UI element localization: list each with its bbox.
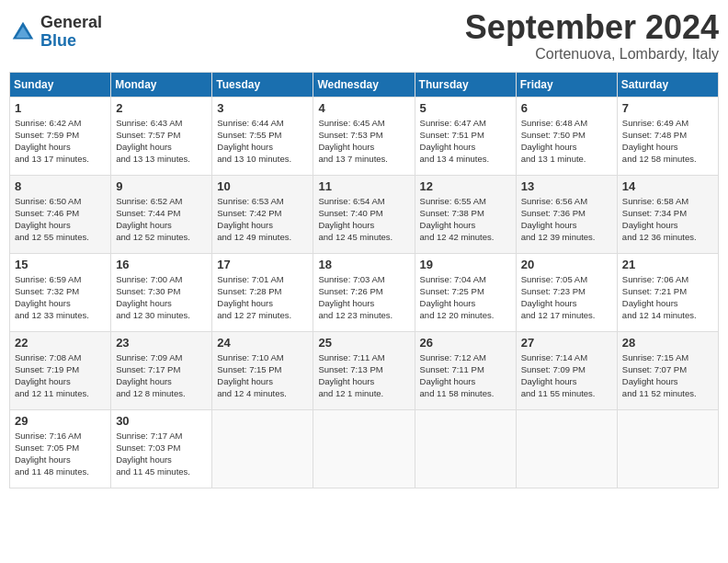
day-number: 6 xyxy=(521,101,612,115)
day-info: Sunrise: 7:12 AM Sunset: 7:11 PM Dayligh… xyxy=(420,351,511,400)
day-number: 17 xyxy=(217,258,308,271)
day-number: 11 xyxy=(318,179,409,193)
day-number: 18 xyxy=(318,258,409,271)
day-number: 12 xyxy=(420,179,511,193)
day-info: Sunrise: 7:09 AM Sunset: 7:17 PM Dayligh… xyxy=(116,351,207,400)
logo-general: General xyxy=(40,14,102,32)
day-cell xyxy=(516,409,617,488)
day-info: Sunrise: 7:05 AM Sunset: 7:23 PM Dayligh… xyxy=(521,273,612,322)
day-cell: 9 Sunrise: 6:52 AM Sunset: 7:44 PM Dayli… xyxy=(111,175,212,253)
day-number: 16 xyxy=(116,258,207,271)
day-info: Sunrise: 6:58 AM Sunset: 7:34 PM Dayligh… xyxy=(622,195,713,244)
day-cell: 15 Sunrise: 6:59 AM Sunset: 7:32 PM Dayl… xyxy=(10,253,111,331)
day-cell: 21 Sunrise: 7:06 AM Sunset: 7:21 PM Dayl… xyxy=(617,253,718,331)
day-number: 15 xyxy=(15,258,106,271)
day-cell xyxy=(212,409,313,488)
day-cell: 26 Sunrise: 7:12 AM Sunset: 7:11 PM Dayl… xyxy=(415,331,516,409)
day-cell: 19 Sunrise: 7:04 AM Sunset: 7:25 PM Dayl… xyxy=(415,253,516,331)
week-row-5: 29 Sunrise: 7:16 AM Sunset: 7:05 PM Dayl… xyxy=(10,409,719,488)
day-info: Sunrise: 6:52 AM Sunset: 7:44 PM Dayligh… xyxy=(116,195,207,244)
col-sunday: Sunday xyxy=(10,72,111,97)
col-monday: Monday xyxy=(111,72,212,97)
day-cell: 13 Sunrise: 6:56 AM Sunset: 7:36 PM Dayl… xyxy=(516,175,617,253)
day-info: Sunrise: 6:44 AM Sunset: 7:55 PM Dayligh… xyxy=(217,117,308,166)
day-number: 10 xyxy=(217,179,308,193)
day-cell: 24 Sunrise: 7:10 AM Sunset: 7:15 PM Dayl… xyxy=(212,331,313,409)
day-info: Sunrise: 6:42 AM Sunset: 7:59 PM Dayligh… xyxy=(15,117,106,166)
header-row: Sunday Monday Tuesday Wednesday Thursday… xyxy=(10,72,719,97)
logo-text: General Blue xyxy=(40,14,102,51)
day-info: Sunrise: 7:01 AM Sunset: 7:28 PM Dayligh… xyxy=(217,273,308,322)
day-cell: 18 Sunrise: 7:03 AM Sunset: 7:26 PM Dayl… xyxy=(313,253,415,331)
day-cell: 10 Sunrise: 6:53 AM Sunset: 7:42 PM Dayl… xyxy=(212,175,313,253)
day-number: 9 xyxy=(116,179,207,193)
day-info: Sunrise: 6:49 AM Sunset: 7:48 PM Dayligh… xyxy=(622,117,713,166)
day-number: 23 xyxy=(116,336,207,350)
day-cell: 5 Sunrise: 6:47 AM Sunset: 7:51 PM Dayli… xyxy=(415,97,516,175)
day-info: Sunrise: 7:08 AM Sunset: 7:19 PM Dayligh… xyxy=(15,351,106,400)
day-info: Sunrise: 7:17 AM Sunset: 7:03 PM Dayligh… xyxy=(116,430,207,478)
col-thursday: Thursday xyxy=(415,72,516,97)
day-info: Sunrise: 6:56 AM Sunset: 7:36 PM Dayligh… xyxy=(521,195,612,244)
day-cell: 17 Sunrise: 7:01 AM Sunset: 7:28 PM Dayl… xyxy=(212,253,313,331)
day-info: Sunrise: 7:15 AM Sunset: 7:07 PM Dayligh… xyxy=(622,351,713,400)
day-info: Sunrise: 6:47 AM Sunset: 7:51 PM Dayligh… xyxy=(420,117,511,166)
day-cell: 30 Sunrise: 7:17 AM Sunset: 7:03 PM Dayl… xyxy=(111,409,212,488)
logo-blue: Blue xyxy=(40,32,102,51)
day-number: 30 xyxy=(116,414,207,428)
day-number: 2 xyxy=(116,101,207,115)
day-info: Sunrise: 6:43 AM Sunset: 7:57 PM Dayligh… xyxy=(116,117,207,166)
calendar-table: Sunday Monday Tuesday Wednesday Thursday… xyxy=(9,72,719,488)
location: Cortenuova, Lombardy, Italy xyxy=(465,46,719,63)
day-info: Sunrise: 6:45 AM Sunset: 7:53 PM Dayligh… xyxy=(318,117,409,166)
day-info: Sunrise: 6:48 AM Sunset: 7:50 PM Dayligh… xyxy=(521,117,612,166)
col-friday: Friday xyxy=(516,72,617,97)
day-info: Sunrise: 7:03 AM Sunset: 7:26 PM Dayligh… xyxy=(318,273,409,322)
week-row-2: 8 Sunrise: 6:50 AM Sunset: 7:46 PM Dayli… xyxy=(10,175,719,253)
day-number: 7 xyxy=(622,101,713,115)
day-info: Sunrise: 6:59 AM Sunset: 7:32 PM Dayligh… xyxy=(15,273,106,322)
day-info: Sunrise: 7:16 AM Sunset: 7:05 PM Dayligh… xyxy=(15,430,106,478)
col-tuesday: Tuesday xyxy=(212,72,313,97)
day-cell: 11 Sunrise: 6:54 AM Sunset: 7:40 PM Dayl… xyxy=(313,175,415,253)
day-number: 27 xyxy=(521,336,612,350)
day-cell: 23 Sunrise: 7:09 AM Sunset: 7:17 PM Dayl… xyxy=(111,331,212,409)
col-saturday: Saturday xyxy=(617,72,718,97)
day-cell: 8 Sunrise: 6:50 AM Sunset: 7:46 PM Dayli… xyxy=(10,175,111,253)
day-number: 1 xyxy=(15,101,106,115)
day-info: Sunrise: 7:04 AM Sunset: 7:25 PM Dayligh… xyxy=(420,273,511,322)
day-cell: 3 Sunrise: 6:44 AM Sunset: 7:55 PM Dayli… xyxy=(212,97,313,175)
day-cell: 7 Sunrise: 6:49 AM Sunset: 7:48 PM Dayli… xyxy=(617,97,718,175)
day-number: 4 xyxy=(318,101,409,115)
day-cell: 25 Sunrise: 7:11 AM Sunset: 7:13 PM Dayl… xyxy=(313,331,415,409)
day-number: 29 xyxy=(15,414,106,428)
day-number: 22 xyxy=(15,336,106,350)
day-number: 21 xyxy=(622,258,713,271)
day-cell: 20 Sunrise: 7:05 AM Sunset: 7:23 PM Dayl… xyxy=(516,253,617,331)
day-number: 20 xyxy=(521,258,612,271)
day-info: Sunrise: 6:50 AM Sunset: 7:46 PM Dayligh… xyxy=(15,195,106,244)
day-number: 8 xyxy=(15,179,106,193)
day-cell: 4 Sunrise: 6:45 AM Sunset: 7:53 PM Dayli… xyxy=(313,97,415,175)
day-number: 14 xyxy=(622,179,713,193)
day-info: Sunrise: 6:54 AM Sunset: 7:40 PM Dayligh… xyxy=(318,195,409,244)
logo-icon xyxy=(9,18,37,46)
day-info: Sunrise: 7:10 AM Sunset: 7:15 PM Dayligh… xyxy=(217,351,308,400)
day-cell: 22 Sunrise: 7:08 AM Sunset: 7:19 PM Dayl… xyxy=(10,331,111,409)
day-number: 24 xyxy=(217,336,308,350)
day-cell: 14 Sunrise: 6:58 AM Sunset: 7:34 PM Dayl… xyxy=(617,175,718,253)
day-number: 28 xyxy=(622,336,713,350)
week-row-4: 22 Sunrise: 7:08 AM Sunset: 7:19 PM Dayl… xyxy=(10,331,719,409)
day-info: Sunrise: 6:53 AM Sunset: 7:42 PM Dayligh… xyxy=(217,195,308,244)
title-block: September 2024 Cortenuova, Lombardy, Ita… xyxy=(465,9,719,63)
day-cell: 28 Sunrise: 7:15 AM Sunset: 7:07 PM Dayl… xyxy=(617,331,718,409)
day-cell xyxy=(415,409,516,488)
day-info: Sunrise: 7:14 AM Sunset: 7:09 PM Dayligh… xyxy=(521,351,612,400)
day-cell: 2 Sunrise: 6:43 AM Sunset: 7:57 PM Dayli… xyxy=(111,97,212,175)
day-cell: 6 Sunrise: 6:48 AM Sunset: 7:50 PM Dayli… xyxy=(516,97,617,175)
day-cell: 1 Sunrise: 6:42 AM Sunset: 7:59 PM Dayli… xyxy=(10,97,111,175)
day-cell: 16 Sunrise: 7:00 AM Sunset: 7:30 PM Dayl… xyxy=(111,253,212,331)
day-info: Sunrise: 6:55 AM Sunset: 7:38 PM Dayligh… xyxy=(420,195,511,244)
week-row-1: 1 Sunrise: 6:42 AM Sunset: 7:59 PM Dayli… xyxy=(10,97,719,175)
logo: General Blue xyxy=(9,14,102,51)
